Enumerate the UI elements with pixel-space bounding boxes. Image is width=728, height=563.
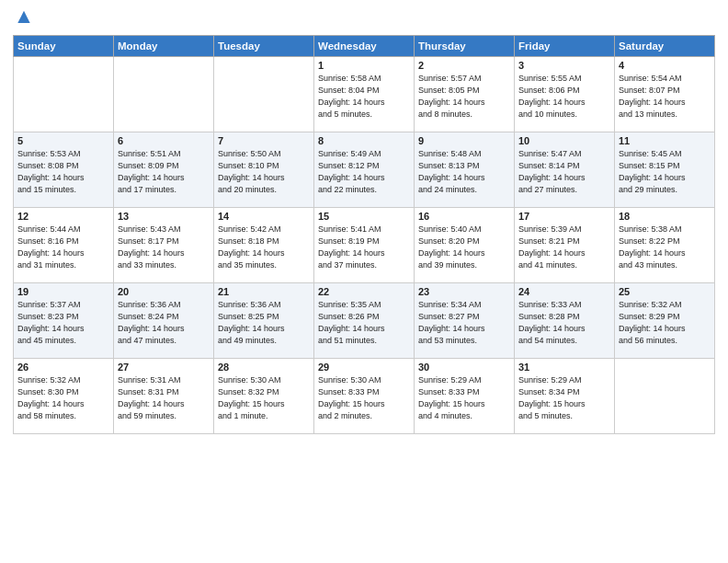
day-cell: 21Sunrise: 5:36 AM Sunset: 8:25 PM Dayli… (214, 283, 314, 359)
day-number: 8 (318, 135, 410, 146)
day-info: Sunrise: 5:58 AM Sunset: 8:04 PM Dayligh… (318, 73, 410, 121)
day-cell: 10Sunrise: 5:47 AM Sunset: 8:14 PM Dayli… (515, 132, 615, 208)
header (13, 9, 715, 28)
day-number: 12 (17, 211, 109, 222)
day-cell: 30Sunrise: 5:29 AM Sunset: 8:33 PM Dayli… (415, 359, 515, 434)
day-info: Sunrise: 5:29 AM Sunset: 8:33 PM Dayligh… (418, 374, 510, 422)
col-header-tuesday: Tuesday (214, 36, 314, 57)
day-number: 1 (318, 60, 410, 71)
day-info: Sunrise: 5:45 AM Sunset: 8:15 PM Dayligh… (619, 148, 711, 196)
day-info: Sunrise: 5:43 AM Sunset: 8:17 PM Dayligh… (118, 224, 210, 271)
day-cell: 15Sunrise: 5:41 AM Sunset: 8:19 PM Dayli… (314, 208, 415, 283)
day-number: 17 (518, 211, 610, 222)
week-row-3: 12Sunrise: 5:44 AM Sunset: 8:16 PM Dayli… (14, 208, 715, 283)
day-number: 7 (218, 135, 310, 146)
day-cell: 23Sunrise: 5:34 AM Sunset: 8:27 PM Dayli… (415, 283, 515, 359)
day-info: Sunrise: 5:41 AM Sunset: 8:19 PM Dayligh… (318, 224, 410, 271)
day-info: Sunrise: 5:31 AM Sunset: 8:31 PM Dayligh… (118, 374, 210, 422)
day-info: Sunrise: 5:57 AM Sunset: 8:05 PM Dayligh… (418, 73, 510, 121)
day-cell: 27Sunrise: 5:31 AM Sunset: 8:31 PM Dayli… (114, 359, 214, 434)
logo-icon (15, 9, 33, 28)
day-number: 2 (418, 60, 510, 71)
day-number: 27 (118, 362, 210, 373)
day-info: Sunrise: 5:53 AM Sunset: 8:08 PM Dayligh… (17, 148, 109, 196)
day-number: 23 (418, 286, 510, 297)
day-cell: 3Sunrise: 5:55 AM Sunset: 8:06 PM Daylig… (515, 57, 615, 132)
day-number: 26 (17, 362, 109, 373)
day-info: Sunrise: 5:49 AM Sunset: 8:12 PM Dayligh… (318, 148, 410, 196)
col-header-monday: Monday (114, 36, 214, 57)
day-info: Sunrise: 5:36 AM Sunset: 8:24 PM Dayligh… (118, 299, 210, 347)
day-number: 13 (118, 211, 210, 222)
day-number: 11 (619, 135, 711, 146)
day-cell: 11Sunrise: 5:45 AM Sunset: 8:15 PM Dayli… (615, 132, 715, 208)
day-number: 6 (118, 135, 210, 146)
day-info: Sunrise: 5:42 AM Sunset: 8:18 PM Dayligh… (218, 224, 310, 271)
day-info: Sunrise: 5:40 AM Sunset: 8:20 PM Dayligh… (418, 224, 510, 271)
day-number: 18 (619, 211, 711, 222)
day-info: Sunrise: 5:38 AM Sunset: 8:22 PM Dayligh… (619, 224, 711, 271)
day-info: Sunrise: 5:36 AM Sunset: 8:25 PM Dayligh… (218, 299, 310, 347)
day-cell: 8Sunrise: 5:49 AM Sunset: 8:12 PM Daylig… (314, 132, 415, 208)
day-number: 20 (118, 286, 210, 297)
day-cell: 16Sunrise: 5:40 AM Sunset: 8:20 PM Dayli… (415, 208, 515, 283)
day-number: 25 (619, 286, 711, 297)
day-info: Sunrise: 5:47 AM Sunset: 8:14 PM Dayligh… (518, 148, 610, 196)
day-cell: 12Sunrise: 5:44 AM Sunset: 8:16 PM Dayli… (14, 208, 114, 283)
day-info: Sunrise: 5:39 AM Sunset: 8:21 PM Dayligh… (518, 224, 610, 271)
day-number: 22 (318, 286, 410, 297)
day-number: 21 (218, 286, 310, 297)
day-number: 28 (218, 362, 310, 373)
day-number: 4 (619, 60, 711, 71)
day-number: 16 (418, 211, 510, 222)
logo (13, 9, 37, 28)
day-info: Sunrise: 5:48 AM Sunset: 8:13 PM Dayligh… (418, 148, 510, 196)
day-info: Sunrise: 5:55 AM Sunset: 8:06 PM Dayligh… (518, 73, 610, 121)
day-cell: 6Sunrise: 5:51 AM Sunset: 8:09 PM Daylig… (114, 132, 214, 208)
day-cell (214, 57, 314, 132)
day-number: 3 (518, 60, 610, 71)
day-number: 14 (218, 211, 310, 222)
day-cell: 19Sunrise: 5:37 AM Sunset: 8:23 PM Dayli… (14, 283, 114, 359)
day-cell: 28Sunrise: 5:30 AM Sunset: 8:32 PM Dayli… (214, 359, 314, 434)
svg-marker-0 (17, 11, 29, 23)
week-row-2: 5Sunrise: 5:53 AM Sunset: 8:08 PM Daylig… (14, 132, 715, 208)
day-cell: 29Sunrise: 5:30 AM Sunset: 8:33 PM Dayli… (314, 359, 415, 434)
header-row: SundayMondayTuesdayWednesdayThursdayFrid… (14, 36, 715, 57)
day-info: Sunrise: 5:34 AM Sunset: 8:27 PM Dayligh… (418, 299, 510, 347)
day-info: Sunrise: 5:30 AM Sunset: 8:33 PM Dayligh… (318, 374, 410, 422)
day-info: Sunrise: 5:35 AM Sunset: 8:26 PM Dayligh… (318, 299, 410, 347)
calendar-table: SundayMondayTuesdayWednesdayThursdayFrid… (13, 35, 715, 434)
day-cell: 18Sunrise: 5:38 AM Sunset: 8:22 PM Dayli… (615, 208, 715, 283)
col-header-saturday: Saturday (615, 36, 715, 57)
day-number: 5 (17, 135, 109, 146)
col-header-thursday: Thursday (415, 36, 515, 57)
day-cell: 31Sunrise: 5:29 AM Sunset: 8:34 PM Dayli… (515, 359, 615, 434)
day-cell (615, 359, 715, 434)
col-header-friday: Friday (515, 36, 615, 57)
day-number: 30 (418, 362, 510, 373)
day-number: 19 (17, 286, 109, 297)
day-cell: 25Sunrise: 5:32 AM Sunset: 8:29 PM Dayli… (615, 283, 715, 359)
day-cell: 26Sunrise: 5:32 AM Sunset: 8:30 PM Dayli… (14, 359, 114, 434)
day-cell: 22Sunrise: 5:35 AM Sunset: 8:26 PM Dayli… (314, 283, 415, 359)
day-info: Sunrise: 5:51 AM Sunset: 8:09 PM Dayligh… (118, 148, 210, 196)
day-info: Sunrise: 5:29 AM Sunset: 8:34 PM Dayligh… (518, 374, 610, 422)
week-row-4: 19Sunrise: 5:37 AM Sunset: 8:23 PM Dayli… (14, 283, 715, 359)
day-info: Sunrise: 5:32 AM Sunset: 8:29 PM Dayligh… (619, 299, 711, 347)
day-cell: 1Sunrise: 5:58 AM Sunset: 8:04 PM Daylig… (314, 57, 415, 132)
week-row-5: 26Sunrise: 5:32 AM Sunset: 8:30 PM Dayli… (14, 359, 715, 434)
day-cell: 14Sunrise: 5:42 AM Sunset: 8:18 PM Dayli… (214, 208, 314, 283)
day-info: Sunrise: 5:30 AM Sunset: 8:32 PM Dayligh… (218, 374, 310, 422)
day-cell: 17Sunrise: 5:39 AM Sunset: 8:21 PM Dayli… (515, 208, 615, 283)
day-info: Sunrise: 5:33 AM Sunset: 8:28 PM Dayligh… (518, 299, 610, 347)
day-info: Sunrise: 5:44 AM Sunset: 8:16 PM Dayligh… (17, 224, 109, 271)
day-cell (114, 57, 214, 132)
day-number: 29 (318, 362, 410, 373)
day-cell: 2Sunrise: 5:57 AM Sunset: 8:05 PM Daylig… (415, 57, 515, 132)
col-header-wednesday: Wednesday (314, 36, 415, 57)
day-cell: 24Sunrise: 5:33 AM Sunset: 8:28 PM Dayli… (515, 283, 615, 359)
day-cell: 7Sunrise: 5:50 AM Sunset: 8:10 PM Daylig… (214, 132, 314, 208)
day-info: Sunrise: 5:54 AM Sunset: 8:07 PM Dayligh… (619, 73, 711, 121)
day-number: 15 (318, 211, 410, 222)
